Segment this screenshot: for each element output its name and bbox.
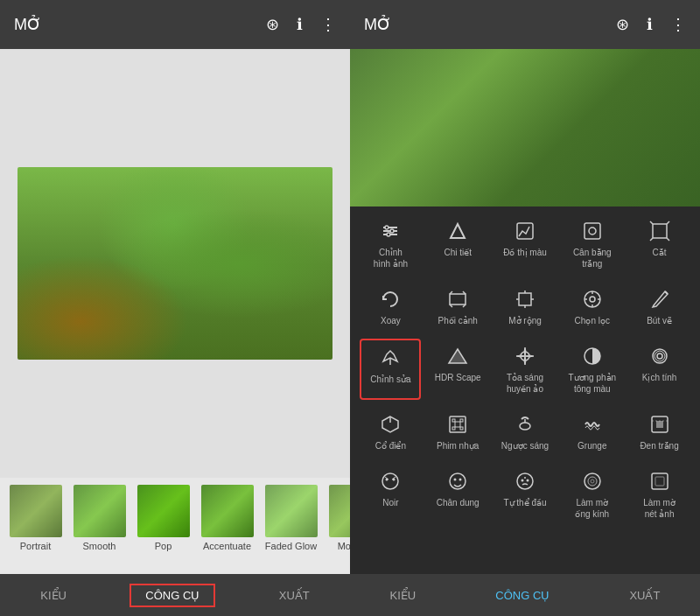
svg-line-12: [667, 221, 669, 224]
do-thi-mau-label: Đồ thị màu: [503, 247, 547, 258]
den-trang-icon: [649, 412, 670, 437]
mo-rong-icon: [514, 287, 536, 312]
filter-thumb-portrait: [10, 485, 62, 537]
filter-morning[interactable]: Morning: [326, 485, 350, 551]
svg-marker-6: [451, 224, 465, 238]
tool-but-ve[interactable]: Bút vẽ: [629, 282, 690, 332]
nav-cong-cu-left[interactable]: CÔNG CỤ: [130, 584, 215, 607]
lam-mo-ong-kinh-icon: [582, 469, 603, 494]
tool-cat[interactable]: Cắt: [629, 214, 690, 275]
tool-chon-loc[interactable]: Chọn lọc: [562, 282, 623, 332]
left-image-area: [0, 49, 350, 478]
right-nav-xuat[interactable]: XUẤT: [612, 574, 677, 616]
toa-sang-icon: [514, 344, 536, 368]
phoi-canh-icon: [447, 287, 468, 312]
right-title: MỞ: [364, 15, 391, 34]
do-thi-mau-icon: [514, 219, 536, 243]
tool-chinh-sua[interactable]: Chỉnh sửa: [360, 339, 421, 400]
tool-noir[interactable]: Noir: [360, 464, 421, 525]
tool-tu-the-dau[interactable]: Tự thể đầu: [494, 464, 556, 525]
can-bang-trang-label: Cân bằngtrắng: [573, 247, 612, 270]
tool-xoay[interactable]: Xoay: [360, 282, 421, 332]
tu-the-dau-icon: [514, 469, 536, 494]
tool-tuong-phan[interactable]: Tương phảntông màu: [562, 339, 623, 400]
hdr-scape-label: HDR Scape: [435, 372, 481, 383]
tool-lam-mo-ong-kinh[interactable]: Làm mờống kính: [562, 464, 623, 525]
svg-point-9: [589, 228, 596, 234]
svg-rect-10: [653, 224, 667, 238]
filter-portrait[interactable]: Portrait: [7, 485, 64, 551]
den-trang-label: Đen trắng: [640, 440, 678, 452]
nav-xuat-left[interactable]: XUẤT: [262, 574, 327, 616]
left-panel: MỞ ⊛ ℹ ⋮ Portrait Smooth Pop Accentuate: [0, 0, 350, 616]
tool-can-bang-trang[interactable]: Cân bằngtrắng: [562, 214, 623, 275]
tool-nguoc-sang[interactable]: Ngược sáng: [494, 407, 556, 457]
left-header-icons: ⊛ ℹ ⋮: [266, 15, 336, 34]
tool-lam-mo-net-anh[interactable]: Làm mờnét ảnh: [629, 464, 690, 525]
tool-hdr-scape[interactable]: HDR Scape: [427, 339, 488, 400]
svg-line-13: [650, 238, 653, 241]
tool-chan-dung[interactable]: Chân dung: [427, 464, 488, 525]
tools-row-5: Noir Chân dung: [357, 464, 693, 525]
filter-pop[interactable]: Pop: [135, 485, 192, 551]
svg-line-11: [650, 221, 653, 224]
tool-chinh-hinh-anh[interactable]: Chỉnhhình ảnh: [360, 214, 421, 275]
tool-kich-tinh[interactable]: Kịch tính: [629, 339, 690, 400]
filter-label-portrait: Portrait: [20, 541, 51, 551]
tool-toa-sang[interactable]: Tỏa sánghuyền ảo: [494, 339, 556, 400]
co-dien-icon: [380, 412, 401, 437]
mo-rong-label: Mở rộng: [508, 315, 542, 326]
right-more-icon[interactable]: ⋮: [670, 15, 686, 34]
cat-icon: [649, 219, 670, 243]
filter-label-pop: Pop: [155, 541, 172, 551]
tool-mo-rong[interactable]: Mở rộng: [494, 282, 556, 332]
right-header-icons: ⊛ ℹ ⋮: [616, 15, 686, 34]
tool-do-thi-mau[interactable]: Đồ thị màu: [494, 214, 556, 275]
right-nav-cong-cu[interactable]: CÔNG CỤ: [478, 574, 567, 616]
svg-point-62: [588, 477, 597, 486]
filter-label-morning: Morning: [338, 541, 350, 551]
tool-grunge[interactable]: Grunge: [562, 407, 623, 457]
filter-accentuate[interactable]: Accentuate: [199, 485, 256, 551]
tools-row-1: Chỉnhhình ảnh Chi tiết Đồ thị màu: [357, 214, 693, 275]
right-panel: MỞ ⊛ ℹ ⋮: [350, 0, 700, 616]
svg-point-61: [584, 473, 600, 489]
svg-point-37: [657, 354, 662, 359]
tu-the-dau-label: Tự thể đầu: [503, 497, 546, 508]
grunge-icon: [582, 412, 603, 437]
layers-icon[interactable]: ⊛: [266, 15, 279, 34]
filter-label-faded-glow: Faded Glow: [265, 541, 317, 551]
tools-row-3: Chỉnh sửa HDR Scape: [357, 339, 693, 400]
main-image: [18, 167, 332, 360]
kich-tinh-label: Kịch tính: [642, 372, 677, 383]
right-layers-icon[interactable]: ⊛: [616, 15, 629, 34]
filter-thumb-accentuate: [201, 485, 254, 537]
info-icon[interactable]: ℹ: [297, 15, 303, 34]
right-info-icon[interactable]: ℹ: [647, 15, 653, 34]
but-ve-label: Bút vẽ: [647, 315, 672, 326]
but-ve-icon: [649, 287, 670, 312]
chinh-sua-icon: [380, 346, 401, 370]
nguoc-sang-icon: [514, 412, 536, 437]
more-icon[interactable]: ⋮: [320, 15, 336, 34]
svg-point-63: [591, 480, 594, 483]
filter-strip: Portrait Smooth Pop Accentuate Faded Glo…: [0, 478, 350, 574]
co-dien-label: Cổ điển: [375, 440, 406, 452]
svg-rect-44: [455, 422, 460, 427]
filter-faded-glow[interactable]: Faded Glow: [262, 485, 319, 551]
tool-den-trang[interactable]: Đen trắng: [629, 407, 690, 457]
svg-point-5: [387, 233, 390, 236]
xoay-icon: [380, 287, 401, 312]
chinh-hinh-anh-icon: [380, 219, 401, 243]
svg-rect-20: [519, 293, 531, 305]
tool-co-dien[interactable]: Cổ điển: [360, 407, 421, 457]
tool-phim-nhua[interactable]: Phim nhựa: [427, 407, 488, 457]
right-nav-kieu[interactable]: KIỂU: [373, 574, 434, 616]
svg-point-56: [459, 479, 462, 481]
nav-kieu-left[interactable]: KIỂU: [23, 574, 84, 616]
filter-smooth[interactable]: Smooth: [71, 485, 128, 551]
xoay-label: Xoay: [381, 315, 401, 326]
tool-phoi-canh[interactable]: Phối cảnh: [427, 282, 488, 332]
chi-tiet-label: Chi tiết: [444, 247, 472, 258]
tool-chi-tiet[interactable]: Chi tiết: [427, 214, 488, 275]
